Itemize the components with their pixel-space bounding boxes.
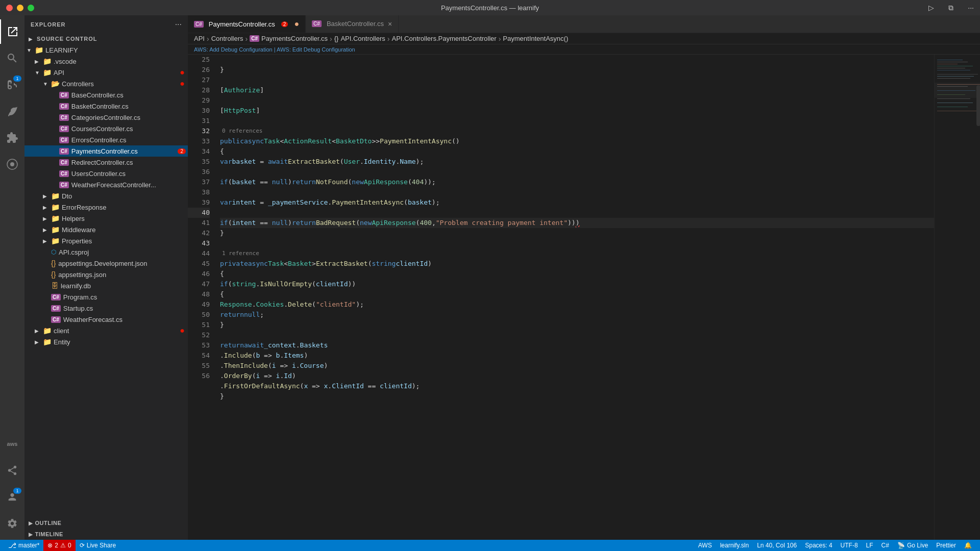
activity-item-source-control[interactable]: 1 [0, 72, 24, 97]
status-spaces[interactable]: Spaces: 4 [801, 540, 836, 551]
outline-section-header[interactable]: ▶ OUTLINE [24, 517, 188, 529]
status-prettier[interactable]: Prettier [932, 540, 960, 551]
status-errors[interactable]: ⊗ 2 ⚠ 0 [43, 540, 75, 551]
tree-item-basketcontroller[interactable]: C# BasketController.cs [24, 101, 188, 112]
breadcrumb-controllers[interactable]: Controllers [211, 35, 243, 42]
tab-basket-close[interactable]: × [388, 20, 392, 28]
tree-item-client[interactable]: ▶ 📁 client ● [24, 325, 188, 336]
activity-item-extensions[interactable] [0, 126, 24, 150]
tree-item-errorresponse[interactable]: ▶ 📁 ErrorResponse [24, 202, 188, 213]
tree-item-userscontroller[interactable]: C# UsersController.cs [24, 168, 188, 179]
activity-item-live-share[interactable] [0, 458, 24, 483]
tree-item-helpers[interactable]: ▶ 📁 Helpers [24, 213, 188, 224]
tab-payments-label: PaymentsController.cs [209, 20, 275, 28]
tree-item-appsettings[interactable]: {} appsettings.json [24, 269, 188, 280]
activity-item-run[interactable] [0, 99, 24, 123]
client-folder-icon: 📁 [43, 327, 52, 335]
tree-item-weatherforecast[interactable]: C# WeatherForecast.cs [24, 314, 188, 325]
breadcrumb-namespace[interactable]: API.Controllers [340, 35, 385, 42]
maximize-button[interactable] [28, 5, 34, 11]
cs-icon-program: C# [51, 294, 61, 300]
eol-label: LF [866, 542, 873, 549]
status-golive[interactable]: 📡 Go Live [893, 540, 932, 551]
breadcrumb-class[interactable]: API.Controllers.PaymentsController [391, 35, 496, 42]
golive-label: Go Live [907, 542, 928, 549]
tree-item-dto[interactable]: ▶ 📁 Dto [24, 190, 188, 202]
tree-item-appsettings-dev[interactable]: {} appsettings.Development.json [24, 258, 188, 269]
code-content[interactable]: } [Authorize] [HttpPost] 0 references pu… [216, 55, 934, 540]
activity-item-search[interactable] [0, 46, 24, 70]
close-button[interactable] [6, 5, 13, 11]
tree-item-coursescontroller[interactable]: C# CoursesController.cs [24, 123, 188, 134]
aws-add-debug[interactable]: AWS: Add Debug Configuration | AWS: Edit… [194, 46, 355, 53]
liveshare-icon: ⟳ [80, 542, 85, 549]
tree-item-properties[interactable]: ▶ 📁 Properties [24, 235, 188, 246]
breadcrumb-api[interactable]: API [194, 35, 205, 42]
activity-item-account[interactable]: 1 [0, 485, 24, 509]
tree-item-redirectcontroller[interactable]: C# RedirectController.cs [24, 157, 188, 168]
window-controls[interactable] [6, 5, 34, 11]
timeline-section-header[interactable]: ▶ TIMELINE [24, 529, 188, 540]
window-title: PaymentsController.cs — learnify [441, 4, 539, 12]
status-branch[interactable]: ⎇ master* [4, 540, 43, 551]
activity-item-remote[interactable] [0, 152, 24, 177]
svg-rect-4 [937, 62, 968, 62]
tree-item-paymentscontroller[interactable]: C# PaymentsController.cs 2 [24, 145, 188, 157]
titlebar-actions[interactable]: ▷ ⧉ ··· [928, 4, 974, 12]
activity-item-explorer[interactable] [0, 19, 24, 44]
cs-icon-weather: C# [59, 182, 69, 188]
tree-item-vscode[interactable]: ▶ 📁 .vscode [24, 56, 188, 67]
tree-item-categoriescontroller[interactable]: C# CategoriesController.cs [24, 112, 188, 123]
tree-item-middleware-label: Middleware [62, 226, 188, 234]
code-editor[interactable]: 25 26 27 28 29 30 31 32 33 34 35 36 37 3… [188, 55, 980, 540]
svg-rect-6 [937, 66, 973, 66]
status-encoding[interactable]: UTF-8 [837, 540, 862, 551]
more-actions-icon[interactable]: ··· [968, 4, 974, 12]
learnify-folder-icon: 📁 [35, 46, 43, 54]
breadcrumb-file[interactable]: PaymentsController.cs [261, 35, 328, 42]
source-control-section[interactable]: ▶ SOURCE CONTROL [24, 33, 188, 44]
tab-paymentscontroller[interactable]: C# PaymentsController.cs 2 ● [188, 15, 306, 33]
tree-root-learnify[interactable]: ▼ 📁 LEARNIFY [24, 44, 188, 56]
status-language[interactable]: C# [877, 540, 893, 551]
tree-item-basecontroller[interactable]: C# BaseController.cs [24, 89, 188, 101]
status-liveshare[interactable]: ⟳ Live Share [76, 540, 120, 551]
sidebar-more-actions[interactable]: ··· [175, 20, 182, 29]
tree-item-startup[interactable]: C# Startup.cs [24, 303, 188, 314]
branch-label: master* [18, 542, 39, 549]
code-line-36: if(basket == null) return NotFound(new A… [220, 177, 934, 187]
status-line[interactable]: Ln 40, Col 106 [753, 540, 801, 551]
status-eol[interactable]: LF [862, 540, 877, 551]
status-aws[interactable]: AWS [694, 540, 716, 551]
split-editor-icon[interactable]: ⧉ [948, 4, 953, 12]
activity-item-aws[interactable]: aws [0, 432, 24, 456]
tree-item-middleware[interactable]: ▶ 📁 Middleware [24, 224, 188, 235]
tree-item-controllers[interactable]: ▼ 📂 Controllers ● [24, 78, 188, 89]
tree-item-program[interactable]: C# Program.cs [24, 291, 188, 303]
cs-icon-courses: C# [59, 126, 69, 132]
breadcrumb-sep-2: › [246, 35, 248, 43]
tree-item-learnifydb[interactable]: 🗄 learnify.db [24, 280, 188, 291]
breadcrumb-method[interactable]: PaymentIntentAsync() [503, 35, 568, 42]
file-tree: ▼ 📁 LEARNIFY ▶ 📁 .vscode ▼ 📁 API ● ▼ 📂 [24, 44, 188, 517]
tree-item-errorresponse-label: ErrorResponse [62, 204, 188, 211]
timeline-arrow: ▶ [29, 532, 33, 537]
tree-item-coursescontroller-label: CoursesController.cs [71, 125, 188, 133]
tab-basketcontroller[interactable]: C# BasketController.cs × [306, 15, 399, 33]
tree-item-errorscontroller[interactable]: C# ErrorsController.cs [24, 134, 188, 145]
statusbar: ⎇ master* ⊗ 2 ⚠ 0 ⟳ Live Share AWS learn… [0, 540, 980, 551]
activity-item-settings[interactable] [0, 511, 24, 536]
run-icon[interactable]: ▷ [928, 4, 934, 12]
source-control-badge: 1 [13, 76, 21, 82]
solution-label: learnify.sln [720, 542, 749, 549]
tree-item-api[interactable]: ▼ 📁 API ● [24, 67, 188, 78]
svg-rect-9 [937, 74, 978, 74]
status-solution[interactable]: learnify.sln [716, 540, 753, 551]
entity-folder-icon: 📁 [43, 338, 52, 346]
breadcrumb-sep-4: › [387, 35, 390, 43]
tree-item-apicsproj[interactable]: ⬡ API.csproj [24, 246, 188, 258]
status-notifications[interactable]: 🔔 [960, 540, 976, 551]
tree-item-entity[interactable]: ▶ 📁 Entity [24, 336, 188, 347]
minimize-button[interactable] [17, 5, 23, 11]
tree-item-weatherforecastcontroller[interactable]: C# WeatherForecastController... [24, 179, 188, 190]
